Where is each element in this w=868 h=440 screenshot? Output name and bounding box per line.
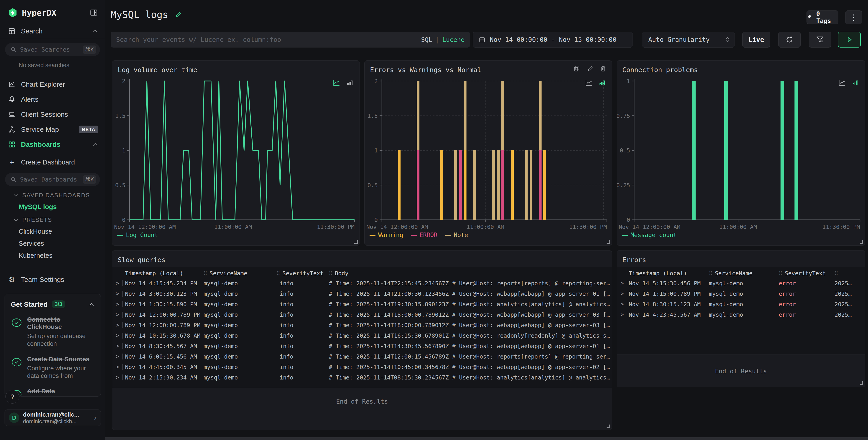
resize-handle[interactable] <box>354 240 358 244</box>
help-button[interactable]: ? <box>5 390 19 404</box>
more-menu-button[interactable]: ⋮ <box>845 10 862 24</box>
lucene-mode-toggle[interactable]: Lucene <box>442 36 465 43</box>
table-row[interactable]: >Nov 14 4:45:00.345 AMmysql-demoinfo# Ti… <box>112 362 612 372</box>
sidebar-preset-services[interactable]: Services <box>0 235 105 247</box>
sql-mode-toggle[interactable]: SQL <box>421 36 432 43</box>
sidebar-item-alerts[interactable]: Alerts <box>0 92 105 107</box>
expand-row-chevron[interactable]: > <box>112 280 125 286</box>
sidebar-item-client-sessions[interactable]: Client Sessions <box>0 107 105 122</box>
column-header[interactable]: ⠿ServiceName <box>709 270 779 277</box>
delete-panel-icon[interactable] <box>599 65 607 72</box>
connection-problems-chart[interactable]: 00.250.50.751Nov 14 12:00:00 AM11:00:00 … <box>617 74 865 231</box>
tags-button[interactable]: 0 Tags <box>807 10 838 24</box>
column-header[interactable]: ⠿ServiceName <box>204 270 276 277</box>
granularity-select[interactable]: Auto Granularity <box>642 32 735 47</box>
table-row[interactable]: >Nov 14 6:00:15.456 AMmysql-demoinfo# Ti… <box>112 351 612 362</box>
table-row[interactable]: >Nov 14 8:30:45.567 AMmysql-demoinfo# Ti… <box>112 341 612 351</box>
table-row[interactable]: >Nov 14 10:15:30.678 AMmysql-demoinfo# T… <box>112 330 612 341</box>
table-row[interactable]: >Nov 14 8:30:15.123 AMmysql-demoerror202… <box>617 299 865 309</box>
saved-dashboards-section[interactable]: SAVED DASHBOARDS <box>0 186 105 199</box>
expand-row-chevron[interactable]: > <box>617 291 629 297</box>
saved-searches-field[interactable] <box>20 46 83 53</box>
resize-handle[interactable] <box>860 381 863 385</box>
expand-row-chevron[interactable]: > <box>112 364 125 370</box>
sidebar-preset-kubernetes[interactable]: Kubernetes <box>0 247 105 259</box>
date-range-picker[interactable]: Nov 14 00:00:00 - Nov 15 00:00:00 <box>473 32 633 47</box>
table-row[interactable]: >Nov 14 2:15:30.234 AMmysql-demoinfo# Ti… <box>112 372 612 383</box>
column-drag-handle[interactable]: ⠿ <box>709 271 712 276</box>
legend-item[interactable]: Log Count <box>117 232 158 238</box>
column-drag-handle[interactable]: ⠿ <box>835 271 838 276</box>
errors-warnings-chart[interactable]: 00.511.52Nov 14 12:00:00 AM11:00:00 AM11… <box>365 74 612 231</box>
horizontal-scrollbar[interactable] <box>105 437 868 440</box>
table-row[interactable]: >Nov 14 12:00:00.789 PMmysql-demoinfo# T… <box>112 320 612 330</box>
table-icon <box>8 27 16 35</box>
legend-item[interactable]: ERROR <box>411 232 437 238</box>
expand-row-chevron[interactable]: > <box>112 343 125 349</box>
sidebar-dashboard-mysql-logs[interactable]: MySQL logs <box>0 199 105 211</box>
expand-row-chevron[interactable]: > <box>112 353 125 360</box>
expand-row-chevron[interactable]: > <box>112 332 125 339</box>
sidebar-item-service-map[interactable]: Service Map BETA <box>0 122 105 137</box>
refresh-button[interactable] <box>778 32 801 47</box>
table-row[interactable]: >Nov 14 5:15:30.456 PMmysql-demoerror202… <box>617 278 865 289</box>
saved-dashboards-input[interactable]: ⌘K <box>5 173 100 186</box>
saved-searches-input[interactable]: ⌘K <box>5 43 100 56</box>
duplicate-panel-icon[interactable] <box>573 65 581 72</box>
sidebar-item-dashboards[interactable]: Dashboards <box>0 137 105 152</box>
expand-row-chevron[interactable]: > <box>112 311 125 318</box>
resize-handle[interactable] <box>607 425 610 428</box>
column-drag-handle[interactable]: ⠿ <box>329 271 333 276</box>
saved-dashboards-field[interactable] <box>20 176 83 183</box>
legend-item[interactable]: Warning <box>370 232 403 238</box>
column-header[interactable]: Timestamp (Local) <box>125 270 204 277</box>
column-drag-handle[interactable]: ⠿ <box>276 271 280 276</box>
expand-row-chevron[interactable]: > <box>112 322 125 328</box>
column-header[interactable]: ⠿ <box>835 271 865 276</box>
legend-item[interactable]: Message count <box>622 232 677 238</box>
run-query-button[interactable] <box>838 32 861 47</box>
table-row[interactable]: >Nov 14 4:15:45.234 PMmysql-demoinfo# Ti… <box>112 278 612 289</box>
live-button[interactable]: Live <box>742 32 770 47</box>
legend-item[interactable]: Note <box>445 232 468 238</box>
cell: mysql-demo <box>204 280 276 287</box>
sidebar-item-search[interactable]: Search <box>0 24 105 39</box>
column-drag-handle[interactable]: ⠿ <box>779 271 782 276</box>
event-search-input[interactable] <box>116 36 421 43</box>
expand-row-chevron[interactable]: > <box>617 280 629 286</box>
filter-button[interactable] <box>809 32 831 47</box>
table-row[interactable]: >Nov 14 12:00:00.789 PMmysql-demoinfo# T… <box>112 309 612 320</box>
collapse-sidebar-icon[interactable] <box>90 8 98 17</box>
column-drag-handle[interactable]: ⠿ <box>204 271 207 276</box>
column-header[interactable]: ⠿SeverityText <box>276 270 329 277</box>
presets-section[interactable]: PRESETS <box>0 211 105 223</box>
column-header[interactable]: ⠿SeverityText <box>779 270 835 277</box>
table-row[interactable]: >Nov 14 1:30:15.890 PMmysql-demoinfo# Ti… <box>112 299 612 309</box>
log-volume-chart[interactable]: 00.511.52Nov 14 12:00:00 AM11:00:00 AM11… <box>112 74 360 231</box>
sidebar-item-chart-explorer[interactable]: Chart Explorer <box>0 77 105 92</box>
sidebar-item-team-settings[interactable]: ⚙ Team Settings <box>0 272 105 287</box>
table-row[interactable]: >Nov 14 3:00:30.123 PMmysql-demoinfo# Ti… <box>112 289 612 299</box>
expand-row-chevron[interactable]: > <box>112 301 125 307</box>
get-started-step[interactable]: Add Data Start sending logs, metrics, or… <box>11 388 95 397</box>
user-menu[interactable]: D dominic.tran@clic... dominic.tran@clic… <box>5 409 101 426</box>
edit-title-icon[interactable] <box>174 11 182 19</box>
create-dashboard-button[interactable]: + Create Dashboard <box>0 156 105 169</box>
resize-handle[interactable] <box>860 240 863 244</box>
edit-panel-icon[interactable] <box>586 65 594 72</box>
event-search-bar[interactable]: SQL | Lucene <box>111 32 470 47</box>
expand-row-chevron[interactable]: > <box>112 291 125 297</box>
chevron-up-icon[interactable] <box>89 302 95 306</box>
column-header[interactable]: Timestamp (Local) <box>629 270 709 277</box>
get-started-step[interactable]: Connect to ClickHouse Set up your databa… <box>11 316 95 348</box>
table-row[interactable]: >Nov 14 1:15:00.789 PMmysql-demoerror202… <box>617 289 865 299</box>
expand-row-chevron[interactable]: > <box>617 311 629 318</box>
expand-row-chevron[interactable]: > <box>617 301 629 307</box>
get-started-step[interactable]: Create Data Sources Configure where your… <box>11 356 95 380</box>
sidebar-preset-clickhouse[interactable]: ClickHouse <box>0 223 105 235</box>
expand-row-chevron[interactable]: > <box>112 374 125 381</box>
column-header[interactable]: ⠿Body <box>329 270 612 277</box>
filter-edit-icon <box>815 35 825 44</box>
resize-handle[interactable] <box>607 240 610 244</box>
table-row[interactable]: >Nov 14 4:23:45.567 AMmysql-demoerror202… <box>617 309 865 320</box>
